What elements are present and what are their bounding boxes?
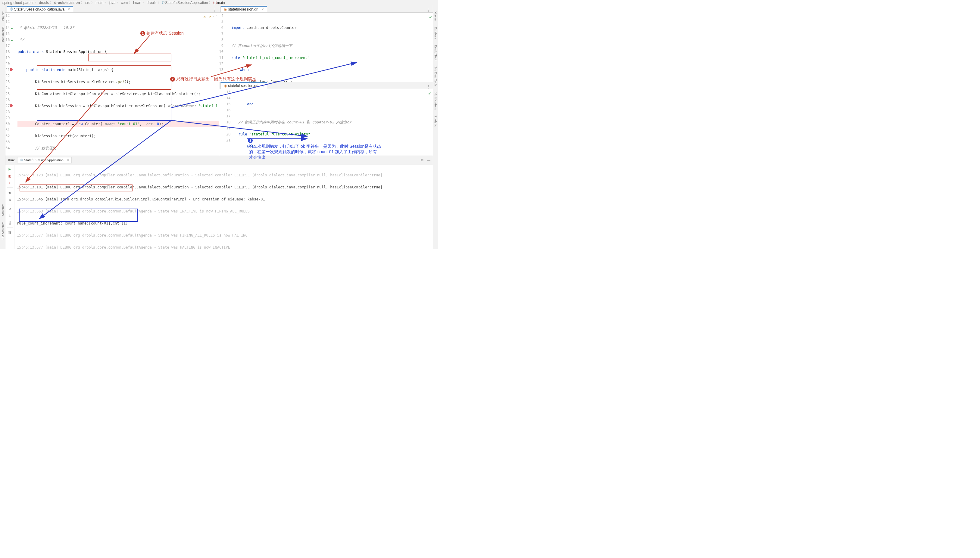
java-icon: © xyxy=(20,158,23,162)
left-code[interactable]: 12 13 14▶ 15 16▶ 17 18 19 20 21 22 23 24… xyxy=(5,13,219,156)
wrap-icon[interactable]: ↩ xyxy=(9,207,11,211)
right-bottom-tabs: ◉ stateful-session.drl × ⋮ xyxy=(219,82,433,89)
tab-more-icon[interactable]: ⋮ xyxy=(427,8,430,12)
rail-bookmarks[interactable]: Bookmarks xyxy=(1,27,5,42)
console-output[interactable]: 15:45:13.123 [main] DEBUG org.drools.com… xyxy=(15,165,433,249)
tab-drl-top[interactable]: ◉ stateful-session.drl × xyxy=(220,6,267,12)
rail-jpa[interactable]: JPA Structure xyxy=(1,222,5,240)
breadcrumb[interactable]: spring-cloud-parent〉 drools〉 drools-sess… xyxy=(0,0,438,5)
rail-database[interactable]: Database xyxy=(434,27,437,39)
annotation-1: 1 创建有状态 Session xyxy=(140,31,184,36)
check-icon: ✔ xyxy=(429,90,431,96)
run-toolbar: ▶ ◧ ↓ ◉ ⇅ ↩ ⤓ ⎙ 🗑 xyxy=(5,165,15,249)
rail-maven[interactable]: Maven xyxy=(434,11,437,21)
run-panel: Run: © StatefulSessionApplication × ⚙ — … xyxy=(5,156,433,249)
right-top-tabs: ◉ stateful-session.drl × ⋮ xyxy=(219,5,433,13)
java-icon: © xyxy=(10,7,13,11)
rail-bigdata[interactable]: Big Data Tools xyxy=(434,67,437,86)
close-icon[interactable]: × xyxy=(68,7,70,11)
tab-drl-bottom[interactable]: ◉ stateful-session.drl × xyxy=(220,82,267,89)
check-icon: ✔ xyxy=(429,14,432,20)
annotation-2: 2 只有这行日志输出，因为只有这个规则满足 xyxy=(170,76,256,82)
right-bottom-gutter: 13 14 15 16 17 18 19 20 21 xyxy=(219,89,232,156)
run-label: Run: xyxy=(8,158,15,162)
close-icon[interactable]: × xyxy=(67,158,69,162)
annotation-3: 3 第二次规则触发，打印出了 ok 字符串，是因为，此时 Session是有状态… xyxy=(249,144,381,160)
tab-stateful-app[interactable]: © StatefulSessionApplication.java × xyxy=(7,6,73,12)
drl-icon: ◉ xyxy=(224,7,227,11)
trash-icon[interactable]: 🗑 xyxy=(8,230,12,235)
rail-project[interactable]: Project xyxy=(1,11,5,21)
rail-structure[interactable]: Structure xyxy=(1,204,5,216)
minimize-icon[interactable]: — xyxy=(427,158,430,162)
left-tool-rail: Project Bookmarks Structure JPA Structur… xyxy=(0,5,5,249)
rail-zoolytic[interactable]: Zoolytic xyxy=(434,116,437,127)
close-icon[interactable]: × xyxy=(262,84,264,88)
tab-more-icon[interactable]: ⋮ xyxy=(427,85,430,89)
right-top-code[interactable]: 4 5 6 7 8 9 10 11 12 13 ✔ import com.hua… xyxy=(219,13,433,82)
rail-restful[interactable]: RestfulTool xyxy=(434,45,437,61)
warning-badge[interactable]: ⚠ 2 ^ ˅ xyxy=(203,14,217,20)
left-tabs: © StatefulSessionApplication.java × ⋮ xyxy=(5,5,219,13)
right-top-gutter: 4 5 6 7 8 9 10 11 12 13 xyxy=(219,13,225,82)
close-icon[interactable]: × xyxy=(262,7,264,11)
right-tool-rail: Maven Database RestfulTool Big Data Tool… xyxy=(433,5,438,249)
scroll-icon[interactable]: ⤓ xyxy=(8,214,12,218)
rerun-icon[interactable]: ▶ xyxy=(9,167,11,171)
left-gutter: 12 13 14▶ 15 16▶ 17 18 19 20 21 22 23 24… xyxy=(5,13,12,156)
down-icon[interactable]: ↓ xyxy=(9,181,11,185)
stop-icon[interactable]: ◧ xyxy=(9,174,11,178)
drl-icon: ◉ xyxy=(224,84,227,88)
gear-icon[interactable]: ⚙ xyxy=(421,158,424,162)
print-icon[interactable]: ⎙ xyxy=(9,221,11,225)
camera-icon[interactable]: ◉ xyxy=(9,190,11,195)
run-tab[interactable]: © StatefulSessionApplication × xyxy=(17,157,72,163)
rail-notifications[interactable]: Notifications xyxy=(434,92,437,110)
tab-more-icon[interactable]: ⋮ xyxy=(213,8,217,12)
expand-icon[interactable]: ⇅ xyxy=(9,197,11,202)
